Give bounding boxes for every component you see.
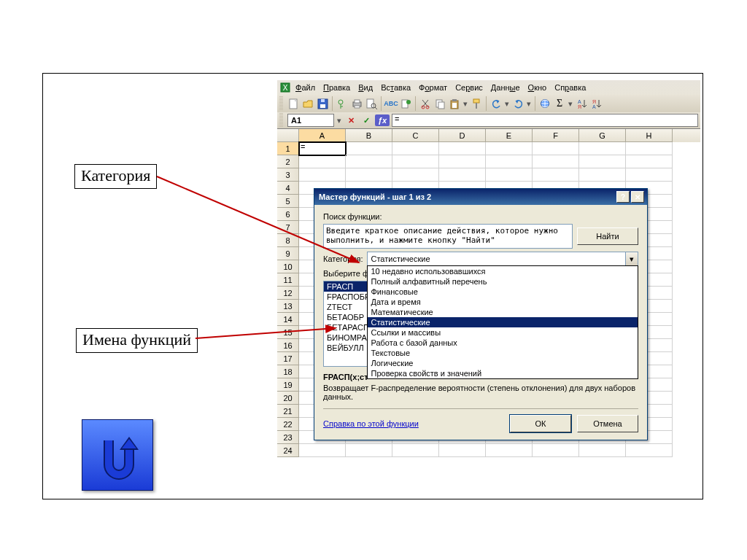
row-header[interactable]: 21 [277,405,299,418]
menu-file[interactable]: Файл [293,83,318,92]
row-header[interactable]: 20 [277,392,299,405]
category-option[interactable]: Логические [368,358,638,368]
new-icon[interactable] [287,97,300,110]
ok-button[interactable]: ОК [510,415,571,432]
row-header[interactable]: 7 [277,221,299,234]
cell[interactable] [579,444,626,457]
cell[interactable] [439,168,486,182]
cell[interactable]: = [299,142,346,155]
cell[interactable] [439,142,486,155]
cell[interactable] [626,155,673,168]
cell[interactable] [346,444,392,457]
formula-cancel-button[interactable]: ✕ [344,114,357,127]
category-option[interactable]: Полный алфавитный перечень [368,276,638,287]
cell[interactable] [392,444,439,457]
cell[interactable] [579,155,626,168]
cell[interactable] [533,155,579,168]
row-header[interactable]: 15 [277,326,299,339]
name-box[interactable]: A1 [287,114,334,127]
cell[interactable] [392,155,439,168]
category-option[interactable]: 10 недавно использовавшихся [368,266,638,276]
redo-dropdown-icon[interactable]: ▾ [526,98,532,109]
spelling-icon[interactable]: ABC [384,97,398,110]
cell[interactable] [626,168,673,182]
name-box-dropdown-icon[interactable]: ▾ [336,114,342,126]
category-option[interactable]: Математические [368,307,638,317]
row-header[interactable]: 8 [277,234,299,247]
cell[interactable] [439,155,486,168]
research-icon[interactable] [399,97,412,110]
column-header[interactable]: B [346,129,392,142]
copy-icon[interactable] [433,97,446,110]
cut-icon[interactable] [419,97,432,110]
cancel-button[interactable]: Отмена [577,415,638,432]
sort-desc-icon[interactable]: ЯА [589,97,603,110]
category-select[interactable]: Статистические [367,252,638,266]
category-option[interactable]: Работа с базой данных [368,338,638,348]
toolbar-grip[interactable] [279,96,283,111]
find-button[interactable]: Найти [577,228,638,245]
cell[interactable] [299,444,346,457]
permission-icon[interactable] [336,97,349,110]
column-header[interactable]: C [392,129,439,142]
row-header[interactable]: 14 [277,313,299,326]
menu-tools[interactable]: Сервис [452,83,486,92]
column-header[interactable]: A [299,129,346,142]
dialog-close-button[interactable]: ✕ [631,191,644,203]
category-option[interactable]: Финансовые [368,287,638,297]
autosum-icon[interactable]: Σ [553,97,566,110]
formula-bar-grip[interactable] [279,113,283,128]
select-all-corner[interactable] [277,129,299,142]
cell[interactable] [533,142,579,155]
category-option[interactable]: Дата и время [368,297,638,307]
print-icon[interactable] [350,97,363,110]
dialog-titlebar[interactable]: Мастер функций - шаг 1 из 2 ? ✕ [314,189,647,205]
format-painter-icon[interactable] [470,97,483,110]
row-header[interactable]: 24 [277,444,299,457]
cell[interactable] [439,444,486,457]
row-header[interactable]: 12 [277,287,299,300]
cell[interactable] [533,444,579,457]
cell[interactable] [299,168,346,182]
cell[interactable] [299,155,346,168]
cell[interactable] [579,168,626,182]
cell[interactable] [486,155,533,168]
hyperlink-icon[interactable] [538,97,551,110]
cell[interactable] [392,168,439,182]
row-header[interactable]: 5 [277,195,299,208]
cell[interactable] [626,444,673,457]
undo-dropdown-icon[interactable]: ▾ [504,98,510,109]
cell[interactable] [533,168,579,182]
formula-accept-button[interactable]: ✓ [360,114,373,127]
column-header[interactable]: E [486,129,533,142]
open-icon[interactable] [301,97,314,110]
autosum-dropdown-icon[interactable]: ▾ [568,98,573,109]
category-option[interactable]: Проверка свойств и значений [368,368,638,378]
category-option[interactable]: Ссылки и массивы [368,327,638,338]
category-select-arrow-icon[interactable]: ▾ [625,252,638,265]
sort-asc-icon[interactable]: АЯ [575,97,588,110]
paste-icon[interactable] [448,97,461,110]
cell[interactable] [392,142,439,155]
row-header[interactable]: 3 [277,168,299,182]
row-header[interactable]: 16 [277,339,299,352]
row-header[interactable]: 11 [277,273,299,287]
cell[interactable] [346,142,392,155]
cell[interactable] [579,142,626,155]
row-header[interactable]: 19 [277,378,299,392]
undo-icon[interactable] [489,97,503,110]
cell[interactable] [346,155,392,168]
row-header[interactable]: 13 [277,300,299,313]
category-option[interactable]: Текстовые [368,348,638,358]
menu-format[interactable]: Формат [416,83,450,92]
menu-insert[interactable]: Вставка [378,83,414,92]
help-link[interactable]: Справка по этой функции [323,419,419,428]
cell[interactable] [626,142,673,155]
search-input[interactable] [323,224,573,249]
print-preview-icon[interactable] [365,97,378,110]
row-header[interactable]: 1 [277,142,299,155]
category-option[interactable]: Статистические [368,317,638,327]
dialog-help-button[interactable]: ? [616,191,630,203]
row-header[interactable]: 10 [277,260,299,273]
row-header[interactable]: 18 [277,365,299,378]
